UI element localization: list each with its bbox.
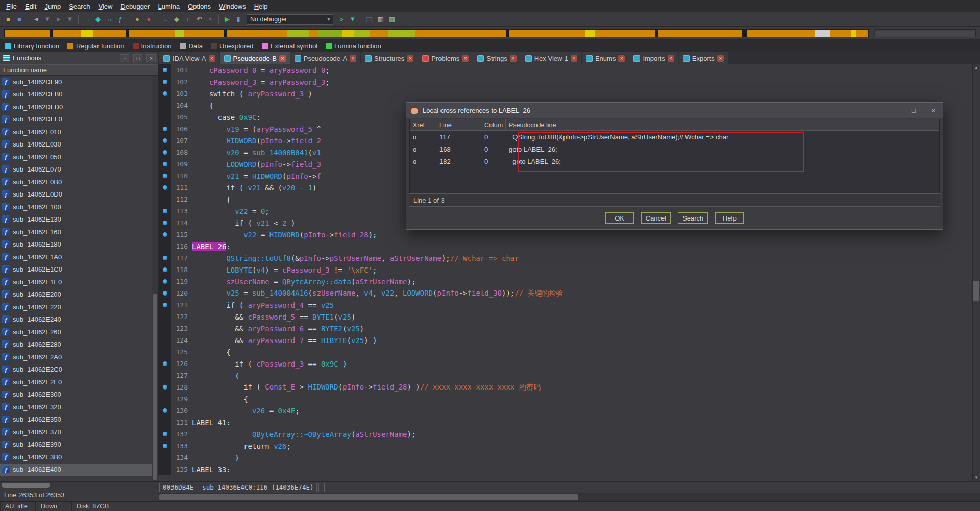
breakpoint-gutter[interactable] <box>158 287 172 299</box>
close-icon[interactable]: × <box>618 55 625 62</box>
chevron-down-icon[interactable]: ▼ <box>325 17 333 22</box>
function-list-item[interactable]: fsub_14062DFB0 <box>0 88 152 101</box>
tab-enums[interactable]: Enums× <box>582 52 629 64</box>
xref-row[interactable]: o1170 QString::toUtf8(&pInfo->pStrUserNa… <box>410 131 939 143</box>
report-icon[interactable]: ▥ <box>376 14 386 25</box>
breakpoint-gutter[interactable] <box>158 111 172 123</box>
function-list-item[interactable]: fsub_14062DFD0 <box>0 101 152 113</box>
breakpoint-gutter[interactable] <box>158 217 172 229</box>
jump-name-icon[interactable]: ◆ <box>93 14 103 25</box>
code-line[interactable]: 101 cPassword_0 = aryPassword_0; <box>158 64 980 76</box>
pseudocode-column-header[interactable]: Pseudocode line <box>506 119 939 130</box>
code-line[interactable]: 129 { <box>158 393 980 405</box>
attach-process-icon[interactable]: » <box>336 14 347 25</box>
breakpoint-gutter[interactable] <box>158 252 172 264</box>
breakpoint-gutter[interactable] <box>158 64 172 76</box>
code-line[interactable]: 116LABEL_26: <box>158 240 980 252</box>
dialog-maximize-button[interactable]: □ <box>906 105 921 116</box>
menu-item-view[interactable]: View <box>94 2 116 11</box>
function-list-item[interactable]: fsub_14062E200 <box>0 288 152 301</box>
function-list-item[interactable]: fsub_14062E010 <box>0 126 152 138</box>
function-list-item[interactable]: fsub_14062E390 <box>0 439 152 451</box>
function-list-item[interactable]: fsub_14062DFF0 <box>0 113 152 126</box>
breakpoint-gutter[interactable] <box>158 205 172 217</box>
panel-restore-button[interactable]: ▫ <box>120 54 129 62</box>
code-line[interactable]: 130 v26 = 0x4E; <box>158 405 980 417</box>
close-icon[interactable]: × <box>209 55 215 62</box>
breakpoint-gutter[interactable] <box>158 276 172 287</box>
breakpoint-gutter[interactable] <box>158 182 172 193</box>
close-icon[interactable]: × <box>462 55 469 62</box>
breakpoint-gutter[interactable] <box>158 147 172 158</box>
code-scrollbar-thumb[interactable] <box>973 281 979 301</box>
breakpoint-gutter[interactable] <box>158 123 172 135</box>
back-icon[interactable]: ◄ <box>31 14 41 25</box>
cancel-button[interactable]: Cancel <box>641 212 671 224</box>
panel-float-button[interactable]: □ <box>133 54 142 62</box>
code-line[interactable]: 135LABEL_33: <box>158 464 980 475</box>
scroll-up-icon[interactable]: ▲ <box>973 64 980 71</box>
close-icon[interactable]: × <box>571 55 577 62</box>
menu-item-edit[interactable]: Edit <box>21 2 40 11</box>
function-list-item[interactable]: fsub_14062E3B0 <box>0 451 152 464</box>
xref-column-header[interactable]: Xref <box>410 119 436 130</box>
functions-scrollbar-thumb[interactable] <box>153 294 157 480</box>
function-list-item[interactable]: fsub_14062E220 <box>0 301 152 313</box>
functions-horizontal-scrollbar[interactable] <box>0 481 158 488</box>
function-list-item[interactable]: fsub_14062E350 <box>0 413 152 426</box>
breakpoint-icon[interactable]: ● <box>143 14 154 25</box>
function-list-item[interactable]: fsub_14062E070 <box>0 163 152 176</box>
code-horizontal-scrollbar[interactable] <box>158 493 980 501</box>
code-line[interactable]: 119 szUserName = QByteArray::data(aStrUs… <box>158 276 980 287</box>
ok-button[interactable]: OK <box>605 212 634 224</box>
column-column-header[interactable]: Colum <box>481 119 506 130</box>
breakpoint-gutter[interactable] <box>158 428 172 440</box>
breakpoint-gutter[interactable] <box>158 135 172 147</box>
code-line[interactable]: 103 switch ( aryPassword_3 ) <box>158 88 980 100</box>
code-line[interactable]: 128 if ( Const_E > HIDWORD(pInfo->field_… <box>158 381 980 393</box>
code-line[interactable]: 121 if ( aryPassword_4 == v25 <box>158 299 980 311</box>
code-line[interactable]: 131LABEL_41: <box>158 417 980 428</box>
tab-exports[interactable]: Exports× <box>679 52 728 64</box>
breakpoint-gutter[interactable] <box>158 464 172 475</box>
function-list-item[interactable]: fsub_14062E260 <box>0 326 152 338</box>
menu-item-file[interactable]: File <box>2 2 21 11</box>
graph-view-icon[interactable]: ◆ <box>172 14 182 25</box>
navigation-band[interactable] <box>4 29 869 37</box>
scripts-icon[interactable]: ▦ <box>387 14 397 25</box>
menu-item-lumina[interactable]: Lumina <box>154 2 184 11</box>
lumina-pull-icon[interactable]: ▼ <box>348 14 358 25</box>
tab-hex-view-1[interactable]: Hex View-1× <box>521 52 581 64</box>
code-line[interactable]: 125 { <box>158 346 980 358</box>
close-icon[interactable]: × <box>668 55 674 62</box>
function-list-item[interactable]: fsub_14062E2E0 <box>0 376 152 388</box>
close-icon[interactable]: × <box>510 55 517 62</box>
jump-function-icon[interactable]: ƒ <box>115 14 126 25</box>
save-file-icon[interactable]: ■ <box>14 14 24 25</box>
code-hscrollbar-thumb[interactable] <box>159 494 578 500</box>
close-icon[interactable]: × <box>279 55 286 62</box>
breakpoint-gutter[interactable] <box>158 393 172 405</box>
menu-item-debugger[interactable]: Debugger <box>116 2 154 11</box>
code-line[interactable]: 126 if ( cPassword_3 == 0x9C ) <box>158 358 980 370</box>
delete-icon[interactable]: × <box>205 14 215 25</box>
close-icon[interactable]: × <box>350 55 356 62</box>
menu-item-windows[interactable]: Windows <box>215 2 250 11</box>
breakpoint-gutter[interactable] <box>158 417 172 428</box>
code-line[interactable]: 118 LOBYTE(v4) = cPassword_3 != '\xFC'; <box>158 264 980 276</box>
function-list-item[interactable]: fsub_14062E100 <box>0 201 152 213</box>
menu-item-jump[interactable]: Jump <box>40 2 65 11</box>
function-list-item[interactable]: fsub_14062E050 <box>0 151 152 163</box>
add-icon[interactable]: + <box>183 14 193 25</box>
functions-hscrollbar-thumb[interactable] <box>2 483 50 488</box>
breakpoint-gutter[interactable] <box>158 76 172 88</box>
breakpoint-gutter[interactable] <box>158 158 172 170</box>
code-line[interactable]: 120 v25 = sub_140004A16(szUserName, v4, … <box>158 287 980 299</box>
function-list-item[interactable]: fsub_14062E180 <box>0 238 152 251</box>
breakpoint-gutter[interactable] <box>158 170 172 182</box>
code-line[interactable]: 133 return v26; <box>158 440 980 452</box>
text-view-icon[interactable]: ≡ <box>160 14 170 25</box>
function-list-item[interactable]: fsub_14062E1C0 <box>0 263 152 276</box>
code-vertical-scrollbar[interactable]: ▲ ▼ <box>972 64 980 481</box>
breakpoint-gutter[interactable] <box>158 346 172 358</box>
